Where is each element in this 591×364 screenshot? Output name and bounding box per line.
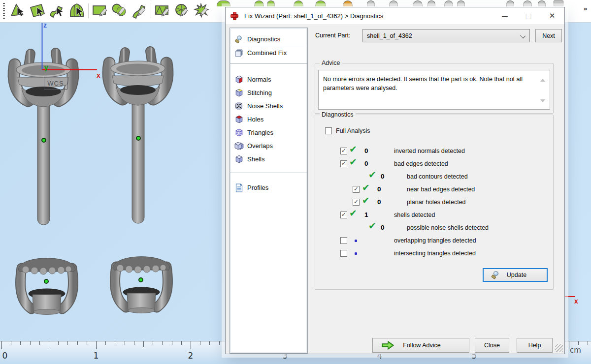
wcs-tag: WCS xyxy=(44,77,67,90)
update-button[interactable]: Update xyxy=(483,268,548,282)
close-window-button[interactable]: ✕ xyxy=(546,11,558,20)
sidebar-item-normals[interactable]: Normals xyxy=(230,73,307,86)
partial-icon[interactable] xyxy=(254,0,264,6)
sidebar-item-profiles[interactable]: Profiles xyxy=(230,181,307,194)
ruler-label: 1 xyxy=(94,351,99,361)
select-surface-icon[interactable] xyxy=(47,1,67,20)
select-triangles-icon[interactable] xyxy=(8,1,28,20)
cube-overlap-icon xyxy=(234,141,244,151)
dialog-title: Fix Wizard (Part: shell_1_of_4362) > Dia… xyxy=(244,12,383,20)
row-checkbox[interactable] xyxy=(353,199,360,206)
sidebar-item-stitching[interactable]: Stitching xyxy=(230,86,307,99)
row-count: 0 xyxy=(377,185,381,193)
green-arrow-icon xyxy=(381,340,395,351)
partial-icon[interactable] xyxy=(294,0,303,6)
minimize-button[interactable]: — xyxy=(498,12,511,20)
partial-icon[interactable] xyxy=(506,0,514,6)
sidebar-item-label: Triangles xyxy=(247,129,273,136)
next-button[interactable]: Next xyxy=(535,29,562,42)
help-button-label: Help xyxy=(528,342,541,349)
toolbar-overflow-chevron[interactable]: » xyxy=(584,5,588,12)
layers-icon xyxy=(234,48,244,58)
sidebar-item-label: Overlaps xyxy=(247,142,273,150)
current-part-value: shell_1_of_4362 xyxy=(367,32,412,39)
part-origin-marker[interactable] xyxy=(44,279,49,284)
partial-icon[interactable] xyxy=(367,0,375,6)
partial-icon[interactable] xyxy=(538,0,546,6)
row-checkbox[interactable] xyxy=(353,186,360,193)
row-count: 0 xyxy=(381,173,385,180)
axis-x-line xyxy=(564,296,575,297)
partial-icon[interactable] xyxy=(389,0,398,6)
partial-icon[interactable] xyxy=(554,0,563,6)
magnifier-icon xyxy=(491,271,500,279)
check-ok-icon xyxy=(349,144,357,154)
partial-icon[interactable] xyxy=(343,0,353,6)
follow-advice-button[interactable]: Follow Advice xyxy=(372,338,469,353)
scroll-down-icon[interactable] xyxy=(540,99,545,102)
dialog-titlebar[interactable]: Fix Wizard (Part: shell_1_of_4362) > Dia… xyxy=(226,7,564,24)
select-shell-icon[interactable] xyxy=(67,1,87,20)
sidebar-item-shells[interactable]: Shells xyxy=(230,152,307,166)
help-button[interactable]: Help xyxy=(517,338,553,353)
select-plane-icon[interactable] xyxy=(28,1,47,20)
diagnostic-row: 0 bad contours detected xyxy=(315,170,553,183)
application-window: z y x WCS x 0 1 2 3 4 5 cm xyxy=(0,0,591,364)
sidebar-item-triangles[interactable]: Triangles xyxy=(230,126,307,139)
row-checkbox[interactable] xyxy=(340,250,347,257)
diagnostic-row: 0 bad edges detected xyxy=(315,157,553,170)
partial-icon[interactable] xyxy=(267,0,275,6)
maximize-button[interactable]: □ xyxy=(522,12,535,20)
row-label: overlapping triangles detected xyxy=(394,237,476,244)
partial-icon[interactable] xyxy=(217,0,230,6)
toolbar-drag-handle[interactable] xyxy=(3,3,5,20)
ruler-label: 0 xyxy=(2,351,8,361)
sidebar-item-overlaps[interactable]: Overlaps xyxy=(230,139,307,152)
sidebar-item-diagnostics[interactable]: Diagnostics xyxy=(230,32,307,46)
close-button[interactable]: Close xyxy=(475,338,509,353)
sidebar-item-holes[interactable]: Holes xyxy=(230,113,307,126)
circle-select-icon[interactable] xyxy=(172,1,192,20)
sidebar-item-label: Holes xyxy=(247,116,263,123)
check-ok-icon xyxy=(362,195,370,206)
row-checkbox[interactable] xyxy=(340,212,347,218)
scroll-up-icon[interactable] xyxy=(540,79,545,82)
sidebar-item-noise-shells[interactable]: Noise Shells xyxy=(230,99,307,113)
row-checkbox[interactable] xyxy=(340,160,347,167)
chevron-down-icon xyxy=(520,33,525,38)
resize-grip[interactable] xyxy=(555,344,563,352)
curve-select-icon[interactable] xyxy=(130,1,149,20)
rect-select-icon[interactable] xyxy=(90,1,110,20)
partial-icon[interactable] xyxy=(413,0,423,6)
sidebar-item-label: Diagnostics xyxy=(247,35,280,43)
row-count: 0 xyxy=(364,147,368,154)
row-label: intersecting triangles detected xyxy=(394,250,476,257)
partial-icon[interactable] xyxy=(457,0,465,6)
star-select-icon[interactable] xyxy=(192,1,212,20)
diagnostic-row: 0 possible noise shells detected xyxy=(315,221,553,234)
window-select-icon[interactable] xyxy=(153,1,172,20)
row-count: 0 xyxy=(364,160,368,167)
sidebar-separator xyxy=(230,173,307,173)
partial-icon[interactable] xyxy=(315,0,326,6)
cube-red-front-icon xyxy=(234,75,244,85)
part-origin-marker[interactable] xyxy=(136,136,141,141)
follow-advice-label: Follow Advice xyxy=(403,342,440,349)
advice-text: No more errors are detected. It seems th… xyxy=(323,75,540,92)
current-part-dropdown[interactable]: shell_1_of_4362 xyxy=(362,29,530,42)
part-origin-marker[interactable] xyxy=(41,138,46,143)
partial-icon[interactable] xyxy=(444,0,453,6)
ruler-label: 2 xyxy=(188,351,194,361)
row-count: 1 xyxy=(364,211,368,218)
row-checkbox[interactable] xyxy=(340,148,347,154)
partial-icon[interactable] xyxy=(427,0,435,6)
sidebar-item-combined-fix[interactable]: Combined Fix xyxy=(230,46,307,60)
full-analysis-checkbox[interactable] xyxy=(325,127,332,134)
row-checkbox[interactable] xyxy=(340,237,347,244)
sidebar-separator xyxy=(230,63,307,63)
brush-select-icon[interactable] xyxy=(110,1,130,20)
close-button-label: Close xyxy=(484,342,500,349)
part-origin-marker[interactable] xyxy=(138,277,143,282)
row-label: bad contours detected xyxy=(407,173,468,180)
partial-icon[interactable] xyxy=(523,0,532,6)
